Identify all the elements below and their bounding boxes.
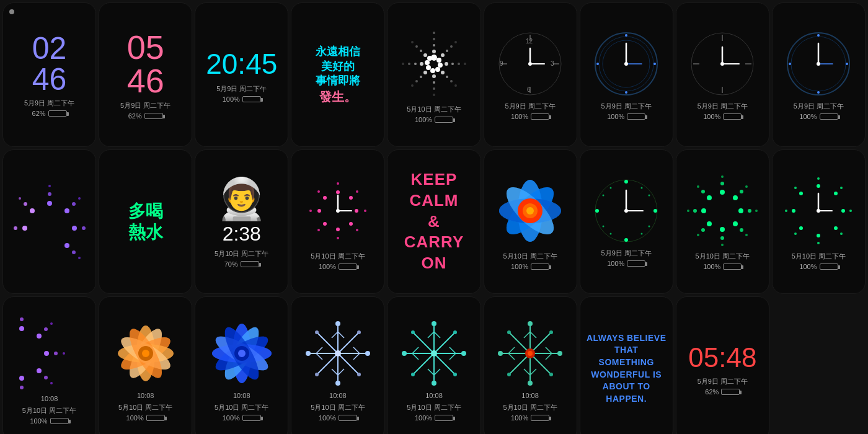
dot-circle-partial-icon: [12, 166, 87, 278]
watch-card-r1c4[interactable]: 永遠相信美好的事情即將 發生。: [291, 2, 384, 147]
svg-point-233: [335, 321, 340, 326]
svg-point-56: [653, 63, 656, 65]
svg-point-74: [817, 91, 820, 94]
svg-point-7: [427, 56, 432, 61]
watch-card-r2c5[interactable]: KEEPCALM&CARRYON: [387, 149, 480, 294]
mandala-blue-icon: [205, 316, 279, 391]
drink-water-text: 多喝熱水: [128, 201, 163, 242]
watch-card-r1c5[interactable]: // Rendered inline via SVG: [387, 2, 480, 147]
watch-card-r1c9[interactable]: 5月9日 周二下午 100%: [772, 2, 866, 147]
svg-point-98: [349, 196, 353, 200]
battery-display: 62%: [32, 110, 67, 117]
watch-card-r2c3[interactable]: 👨‍🚀 2:38 5月10日 周二下午 70%: [195, 149, 288, 294]
svg-point-73: [846, 63, 848, 65]
always-believe-text: ALWAYS BELIEVE THAT SOMETHING WONDERFUL …: [580, 326, 673, 412]
svg-point-28: [433, 87, 435, 90]
watch-card-r1c3[interactable]: 20:45 5月9日 周二下午 100%: [195, 2, 288, 147]
svg-point-132: [641, 187, 643, 188]
svg-point-175: [817, 177, 820, 180]
date-display: 5月10日 周二下午: [407, 403, 461, 412]
watch-card-r3c7[interactable]: ALWAYS BELIEVE THAT SOMETHING WONDERFUL …: [580, 296, 673, 434]
snowflake-cyan-icon: [397, 316, 471, 391]
watch-card-r1c7[interactable]: 5月9日 周二下午 100%: [580, 2, 673, 147]
keep-calm-text: KEEPCALM&CARRYON: [404, 169, 464, 274]
watch-card-r2c8[interactable]: 5月10日 周二下午 100%: [676, 149, 769, 294]
svg-point-237: [357, 330, 361, 334]
svg-point-182: [794, 187, 797, 189]
watch-card-r3c2[interactable]: 10:08 5月10日 周二下午 100%: [99, 296, 192, 434]
astronaut-icon: 👨‍🚀: [216, 175, 267, 223]
date-display: 5月10日 周二下午: [215, 403, 268, 412]
svg-point-157: [693, 209, 697, 213]
svg-point-254: [432, 321, 436, 326]
svg-point-39: [411, 41, 414, 43]
analog-ring2-icon: [784, 30, 852, 98]
date-display: 5月9日 周二下午: [601, 102, 652, 111]
svg-point-24: [433, 38, 435, 40]
svg-line-264: [428, 369, 434, 375]
svg-point-37: [411, 84, 414, 87]
battery-display: 100%: [511, 113, 549, 120]
battery-display: 62%: [128, 112, 163, 120]
svg-point-143: [720, 190, 725, 195]
watch-card-r3c3[interactable]: 10:08 5月10日 周二下午 100%: [195, 296, 288, 434]
svg-point-22: [414, 63, 417, 65]
svg-line-262: [428, 332, 434, 338]
svg-line-263: [434, 332, 440, 338]
analog-ring-clock-icon: [592, 30, 660, 98]
svg-point-91: [30, 208, 35, 213]
svg-point-167: [817, 184, 820, 188]
watch-card-r1c6[interactable]: 12 3 9 6 5月9日 周二下午 100%: [484, 2, 577, 147]
svg-point-249: [335, 350, 341, 356]
svg-point-12: [432, 74, 436, 78]
watch-card-r1c1[interactable]: 0246 5月9日 周二下午 62%: [2, 2, 96, 147]
watch-card-r1c2[interactable]: 0546 5月9日 周二下午 62%: [99, 2, 192, 147]
svg-point-80: [64, 208, 69, 213]
svg-point-259: [411, 330, 415, 334]
svg-text:12: 12: [526, 38, 533, 45]
battery-display: 100%: [511, 414, 549, 422]
flower-red-icon: [493, 174, 567, 248]
svg-point-278: [498, 351, 503, 356]
svg-point-234: [335, 381, 340, 386]
svg-point-26: [458, 63, 460, 65]
quote-display: 永遠相信美好的事情即將 發生。: [316, 45, 360, 104]
svg-point-61: [624, 62, 628, 66]
watch-card-r3c8[interactable]: 05:48 5月9日 周二下午 62%: [676, 296, 769, 434]
svg-point-174: [799, 192, 803, 195]
date-display: 5月9日 周二下午: [698, 377, 748, 386]
watch-card-r2c6[interactable]: 5月10日 周二下午 100%: [484, 149, 577, 294]
svg-point-147: [720, 227, 725, 232]
watch-card-r2c9[interactable]: 5月10日 周二下午 100%: [772, 149, 866, 294]
date-display: 5月10日 周二下午: [215, 249, 268, 259]
date-display: 5月10日 周二下午: [118, 403, 172, 412]
battery-display: 100%: [319, 263, 357, 270]
analog-minimal2-icon: [688, 30, 756, 98]
svg-point-168: [834, 192, 838, 195]
svg-point-14: [420, 62, 423, 66]
svg-line-266: [450, 347, 456, 353]
watch-card-r2c4[interactable]: 5月10日 周二下午 100%: [291, 149, 384, 294]
svg-point-16: [433, 44, 435, 46]
svg-point-107: [364, 210, 366, 212]
svg-point-10: [445, 62, 448, 66]
svg-point-18: [451, 63, 454, 65]
watch-card-r3c4[interactable]: 10:08 5月10日 周二下午 100%: [291, 296, 384, 434]
svg-point-260: [453, 373, 457, 376]
date-display: 5月10日 周二下午: [792, 252, 846, 261]
watch-card-r2c7[interactable]: 5月9日 周二下午 100%: [580, 149, 673, 294]
watch-card-r2c2[interactable]: 多喝熱水: [99, 149, 192, 294]
watch-card-r3c1[interactable]: 10:08 5月10日 周二下午 100%: [2, 296, 96, 434]
watch-card-r3c6[interactable]: 10:08 5月10日 周二下午 100%: [484, 296, 577, 434]
svg-point-172: [799, 226, 803, 230]
svg-point-129: [653, 209, 657, 213]
svg-point-27: [450, 80, 453, 82]
svg-point-280: [507, 330, 511, 334]
svg-point-135: [641, 232, 643, 234]
time-display: 10:08: [137, 392, 154, 399]
svg-point-161: [755, 210, 758, 212]
watch-card-r3c5[interactable]: 10:08 5月10日 周二下午 100%: [387, 296, 480, 434]
time-display: 10:08: [41, 395, 58, 402]
watch-card-r1c8[interactable]: 5月9日 周二下午 100%: [676, 2, 769, 147]
watch-card-r2c1[interactable]: [2, 149, 96, 294]
